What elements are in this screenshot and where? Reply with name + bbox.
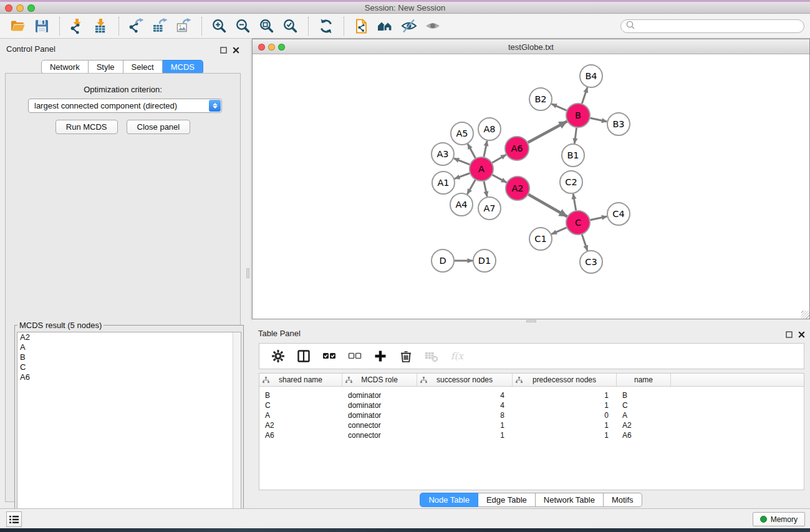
graph-node-A6[interactable]: A6 xyxy=(505,137,529,160)
graph-node-D1[interactable]: D1 xyxy=(473,249,496,272)
column-sort-icon[interactable] xyxy=(263,377,269,384)
memory-button[interactable]: Memory xyxy=(753,512,805,526)
result-scrollbar[interactable] xyxy=(233,332,241,531)
graph-node-C1[interactable]: C1 xyxy=(529,228,552,250)
graph-node-B1[interactable]: B1 xyxy=(562,144,584,167)
search-box[interactable] xyxy=(620,19,804,33)
graph-edge-A-A6[interactable] xyxy=(492,155,506,163)
table-cell[interactable]: 1 xyxy=(513,391,617,400)
table-cell[interactable]: 1 xyxy=(513,431,617,440)
table-cell[interactable]: connector xyxy=(342,421,417,430)
splitter-grip[interactable] xyxy=(526,320,536,322)
search-input[interactable] xyxy=(635,21,804,32)
column-sort-icon[interactable] xyxy=(516,377,523,384)
save-session-button[interactable] xyxy=(30,16,54,36)
open-session-button[interactable] xyxy=(6,16,30,36)
column-header-name[interactable]: name xyxy=(617,374,671,386)
graph-edge-C-C1[interactable] xyxy=(551,228,566,234)
column-header-successor-nodes[interactable]: successor nodes xyxy=(417,374,513,386)
result-list-item[interactable]: A2 xyxy=(17,332,241,342)
table-cell[interactable]: 4 xyxy=(417,401,513,410)
graph-edge-A-A1[interactable] xyxy=(455,173,470,179)
graph-node-A8[interactable]: A8 xyxy=(478,118,501,140)
export-network-button[interactable] xyxy=(125,16,148,36)
optimization-criterion-select[interactable]: largest connected component (directed) xyxy=(28,99,222,113)
graph-edge-A6-B[interactable] xyxy=(528,122,567,143)
result-list-item[interactable]: A xyxy=(17,342,241,352)
export-image-button[interactable] xyxy=(172,16,196,36)
graph-edge-B-B1[interactable] xyxy=(574,128,576,143)
graph-node-B[interactable]: B xyxy=(566,104,590,127)
graph-node-A4[interactable]: A4 xyxy=(450,193,473,216)
show-all-button[interactable] xyxy=(421,16,445,36)
tab-motifs[interactable]: Motifs xyxy=(604,493,642,507)
network-window-titlebar[interactable]: testGlobe.txt xyxy=(253,39,809,54)
table-cell[interactable]: C xyxy=(259,401,342,410)
graph-edge-B-B3[interactable] xyxy=(591,118,607,122)
graph-node-B4[interactable]: B4 xyxy=(580,65,602,87)
graph-edge-C-C3[interactable] xyxy=(582,235,587,251)
graph-node-A[interactable]: A xyxy=(470,157,493,181)
export-table-button[interactable] xyxy=(148,16,172,36)
vertical-splitter[interactable] xyxy=(244,39,252,506)
settings-button[interactable] xyxy=(271,349,286,364)
first-neighbors-button[interactable] xyxy=(374,16,397,36)
table-row[interactable]: Adominator80A xyxy=(259,410,804,420)
graph-edge-C-C4[interactable] xyxy=(591,216,607,220)
split-panel-button[interactable] xyxy=(296,349,311,364)
table-row[interactable]: A6connector11A6 xyxy=(259,430,804,440)
resize-grip-icon[interactable] xyxy=(801,311,809,319)
graph-edge-B-B2[interactable] xyxy=(551,104,566,110)
table-cell[interactable]: A xyxy=(617,411,671,420)
graph-node-A7[interactable]: A7 xyxy=(478,197,501,220)
import-network-button[interactable] xyxy=(65,16,89,36)
table-row[interactable]: A2connector11A2 xyxy=(259,420,804,430)
table-cell[interactable]: dominator xyxy=(342,401,417,410)
table-cell[interactable]: A xyxy=(259,411,342,420)
graph-node-A2[interactable]: A2 xyxy=(506,177,529,200)
table-cell[interactable]: B xyxy=(617,391,671,400)
table-cell[interactable]: 8 xyxy=(417,411,513,420)
close-panel-button[interactable]: Close panel xyxy=(127,120,191,134)
graph-node-C4[interactable]: C4 xyxy=(607,203,630,225)
table-cell[interactable]: C xyxy=(617,401,671,410)
deselect-all-button[interactable] xyxy=(347,349,362,364)
add-column-button[interactable] xyxy=(373,349,388,364)
table-cell[interactable]: dominator xyxy=(342,391,417,400)
column-sort-icon[interactable] xyxy=(345,377,352,384)
graph-edge-A-A5[interactable] xyxy=(468,144,475,158)
graph-edge-A2-C[interactable] xyxy=(528,195,567,216)
table-cell[interactable]: dominator xyxy=(342,411,417,420)
tab-network[interactable]: Network xyxy=(41,60,89,74)
zoom-in-button[interactable] xyxy=(208,16,231,36)
graph-node-A1[interactable]: A1 xyxy=(432,172,455,194)
delete-column-button[interactable] xyxy=(398,349,413,364)
graph-node-B2[interactable]: B2 xyxy=(529,88,552,110)
close-panel-icon[interactable] xyxy=(798,329,805,341)
table-row[interactable]: Cdominator41C xyxy=(259,400,804,410)
column-header-MCDS-role[interactable]: MCDS role xyxy=(342,374,417,386)
task-history-button[interactable] xyxy=(6,511,22,527)
table-cell[interactable]: A2 xyxy=(617,421,671,430)
tab-network-table[interactable]: Network Table xyxy=(536,493,604,507)
column-header-shared-name[interactable]: shared name xyxy=(259,374,342,386)
graph-edge-A-A4[interactable] xyxy=(467,180,475,194)
graph-node-C2[interactable]: C2 xyxy=(560,171,582,193)
table-cell[interactable]: A6 xyxy=(259,431,342,440)
table-cell[interactable]: 0 xyxy=(513,411,617,420)
table-cell[interactable]: 1 xyxy=(513,401,617,410)
graph-edge-B-B4[interactable] xyxy=(582,87,587,104)
result-list-item[interactable]: B xyxy=(17,352,241,362)
run-mcds-button[interactable]: Run MCDS xyxy=(55,120,118,134)
zoom-fit-button[interactable] xyxy=(255,16,279,36)
column-sort-icon[interactable] xyxy=(420,377,427,384)
select-all-button[interactable] xyxy=(322,349,337,364)
new-network-from-selection-button[interactable] xyxy=(350,16,374,36)
graph-node-A3[interactable]: A3 xyxy=(432,143,454,165)
close-panel-icon[interactable] xyxy=(233,45,239,56)
zoom-selected-button[interactable] xyxy=(279,16,302,36)
graph-node-D[interactable]: D xyxy=(432,249,454,272)
table-cell[interactable]: 4 xyxy=(417,391,513,400)
table-cell[interactable]: 1 xyxy=(417,431,513,440)
zoom-out-button[interactable] xyxy=(231,16,255,36)
